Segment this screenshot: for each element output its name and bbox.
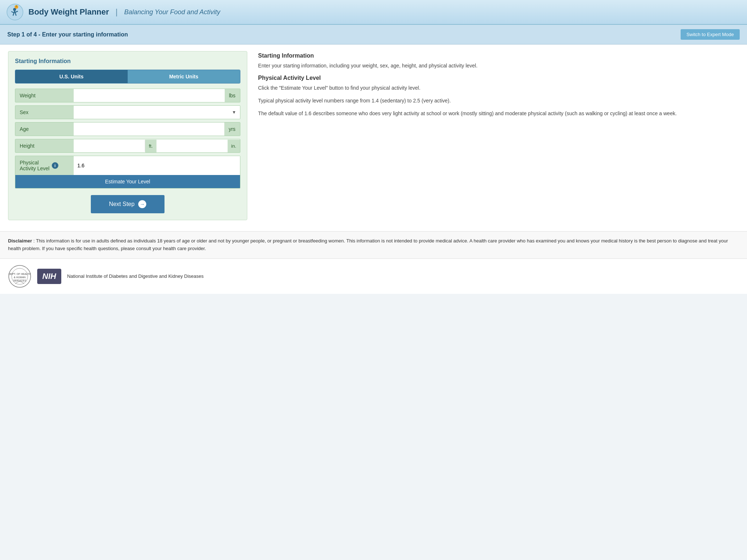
svg-text:& HUMAN: & HUMAN <box>14 276 26 279</box>
step-bar: Step 1 of 4 - Enter your starting inform… <box>0 25 747 44</box>
header-separator: | <box>116 7 118 17</box>
footer: DEPT. OF HEALTH & HUMAN SERVICES NIH Nat… <box>0 258 747 294</box>
form-section-title: Starting Information <box>15 58 240 65</box>
sex-row: Sex Male Female ▼ <box>15 105 240 119</box>
height-ft-input[interactable] <box>74 140 145 152</box>
estimate-level-button[interactable]: Estimate Your Level <box>15 175 240 188</box>
height-inputs: ft. in. <box>74 139 240 152</box>
pal-label: PhysicalActivity Level i <box>15 156 74 175</box>
pal-top: PhysicalActivity Level i <box>15 156 240 175</box>
app-title: Body Weight Planner <box>28 7 109 17</box>
step-title: Step 1 of 4 - Enter your starting inform… <box>7 31 128 38</box>
age-row: Age yrs <box>15 122 240 136</box>
height-row: Height ft. in. <box>15 139 240 153</box>
sex-select-wrapper: Male Female ▼ <box>74 106 240 119</box>
pal-info-title: Physical Activity Level <box>258 75 739 81</box>
next-step-arrow-icon: → <box>138 200 146 208</box>
sex-select[interactable]: Male Female <box>74 106 240 118</box>
sex-label: Sex <box>15 106 74 119</box>
disclaimer-label: Disclaimer <box>8 238 32 244</box>
pal-default-text: The default value of 1.6 describes someo… <box>258 110 739 117</box>
pal-range-text: Typical physical activity level numbers … <box>258 97 739 105</box>
pal-row: PhysicalActivity Level i Estimate Your L… <box>15 156 240 188</box>
starting-info-title: Starting Information <box>258 52 739 59</box>
main-content: Step 1 of 4 - Enter your starting inform… <box>0 25 747 231</box>
pal-input[interactable] <box>74 156 240 175</box>
app-logo-icon <box>7 4 23 20</box>
starting-info-text: Enter your starting information, includi… <box>258 62 739 70</box>
weight-row: Weight lbs <box>15 89 240 102</box>
app-header: Body Weight Planner | Balancing Your Foo… <box>0 0 747 25</box>
form-panel: Starting Information U.S. Units Metric U… <box>8 51 247 220</box>
disclaimer-text: : This information is for use in adults … <box>8 238 728 251</box>
pal-info-icon[interactable]: i <box>52 162 58 169</box>
next-step-label: Next Step <box>109 201 135 207</box>
weight-unit: lbs <box>225 89 240 102</box>
footer-org-text: National Institute of Diabetes and Diges… <box>67 273 204 280</box>
metric-units-button[interactable]: Metric Units <box>128 70 240 83</box>
disclaimer-section: Disclaimer : This information is for use… <box>0 231 747 258</box>
age-unit: yrs <box>224 122 240 136</box>
us-units-button[interactable]: U.S. Units <box>15 70 128 83</box>
height-in-unit: in. <box>228 140 240 152</box>
pal-click-text: Click the "Estimate Your Level" button t… <box>258 84 739 92</box>
two-column-layout: Starting Information U.S. Units Metric U… <box>0 44 747 224</box>
height-ft-unit: ft. <box>145 140 156 152</box>
svg-text:DEPT. OF HEALTH: DEPT. OF HEALTH <box>9 273 31 275</box>
info-panel: Starting Information Enter your starting… <box>258 51 739 220</box>
next-step-button[interactable]: Next Step → <box>91 195 165 213</box>
app-subtitle: Balancing Your Food and Activity <box>124 8 220 16</box>
estimate-level-wrapper: Estimate Your Level <box>15 175 240 188</box>
weight-input[interactable] <box>74 89 225 102</box>
height-in-input[interactable] <box>156 140 228 152</box>
age-input[interactable] <box>74 122 224 136</box>
hhs-logo-icon: DEPT. OF HEALTH & HUMAN SERVICES <box>8 265 31 288</box>
age-label: Age <box>15 122 74 136</box>
nih-badge: NIH <box>37 269 61 284</box>
unit-toggle: U.S. Units Metric Units <box>15 70 240 83</box>
weight-label: Weight <box>15 89 74 102</box>
next-step-wrapper: Next Step → <box>15 195 240 213</box>
height-label: Height <box>15 139 74 152</box>
pal-label-text: PhysicalActivity Level <box>20 160 50 171</box>
expert-mode-button[interactable]: Switch to Expert Mode <box>681 29 740 40</box>
